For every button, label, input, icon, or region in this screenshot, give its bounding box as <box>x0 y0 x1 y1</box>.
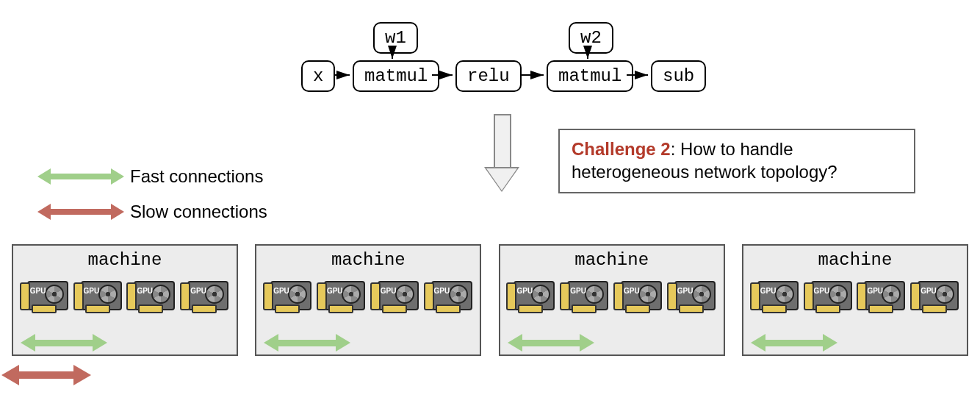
node-w1: w1 <box>373 22 418 54</box>
node-mm2: matmul <box>547 60 633 92</box>
challenge-box: Challenge 2: How to handle heterogeneous… <box>558 129 915 193</box>
gpu-row: GPUGPUGPUGPU <box>500 279 724 315</box>
gpu-icon: GPU <box>670 279 714 315</box>
legend-fast: Fast connections <box>40 162 267 191</box>
machine-label: machine <box>500 250 724 270</box>
node-sub: sub <box>651 60 706 92</box>
machines-row: machineGPUGPUGPUGPUmachineGPUGPUGPUGPUma… <box>12 244 968 356</box>
machine: machineGPUGPUGPUGPU <box>742 244 968 356</box>
machine: machineGPUGPUGPUGPU <box>255 244 481 356</box>
legend-slow: Slow connections <box>40 197 267 227</box>
machine-label: machine <box>256 250 480 270</box>
computation-graph: x w1 matmul relu w2 matmul sub <box>301 22 720 110</box>
machine: machineGPUGPUGPUGPU <box>499 244 725 356</box>
gpu-icon: GPU <box>860 279 904 315</box>
fast-arrow-icon <box>40 174 121 179</box>
gpu-icon: GPU <box>427 279 471 315</box>
gpu-icon: GPU <box>753 279 797 315</box>
gpu-icon: GPU <box>183 279 227 315</box>
gpu-row: GPUGPUGPUGPU <box>743 279 967 315</box>
mapping-arrow-icon <box>488 114 514 195</box>
node-x: x <box>301 60 335 92</box>
gpu-icon: GPU <box>76 279 120 315</box>
gpu-icon: GPU <box>23 279 67 315</box>
node-mm1: matmul <box>353 60 439 92</box>
machine-label: machine <box>13 250 237 270</box>
gpu-icon: GPU <box>807 279 851 315</box>
gpu-row: GPUGPUGPUGPU <box>256 279 480 315</box>
intra-machine-arrow <box>511 340 591 346</box>
gpu-icon: GPU <box>509 279 553 315</box>
gpu-icon: GPU <box>129 279 173 315</box>
gpu-icon: GPU <box>913 279 957 315</box>
challenge-title: Challenge 2 <box>572 139 671 159</box>
gpu-icon: GPU <box>563 279 607 315</box>
intra-machine-arrow <box>754 340 835 346</box>
gpu-icon: GPU <box>266 279 310 315</box>
gpu-icon: GPU <box>373 279 417 315</box>
inter-machine-arrow <box>6 371 87 379</box>
intra-machine-arrow <box>267 340 347 346</box>
gpu-icon: GPU <box>320 279 364 315</box>
machine: machineGPUGPUGPUGPU <box>12 244 238 356</box>
node-w2: w2 <box>569 22 613 54</box>
node-relu: relu <box>455 60 522 92</box>
intra-machine-arrow <box>24 340 104 346</box>
slow-arrow-icon <box>40 209 121 215</box>
legend: Fast connections Slow connections <box>40 162 267 232</box>
gpu-row: GPUGPUGPUGPU <box>13 279 237 315</box>
legend-slow-label: Slow connections <box>130 202 267 222</box>
legend-fast-label: Fast connections <box>130 166 263 187</box>
machine-label: machine <box>743 250 967 270</box>
gpu-icon: GPU <box>616 279 660 315</box>
